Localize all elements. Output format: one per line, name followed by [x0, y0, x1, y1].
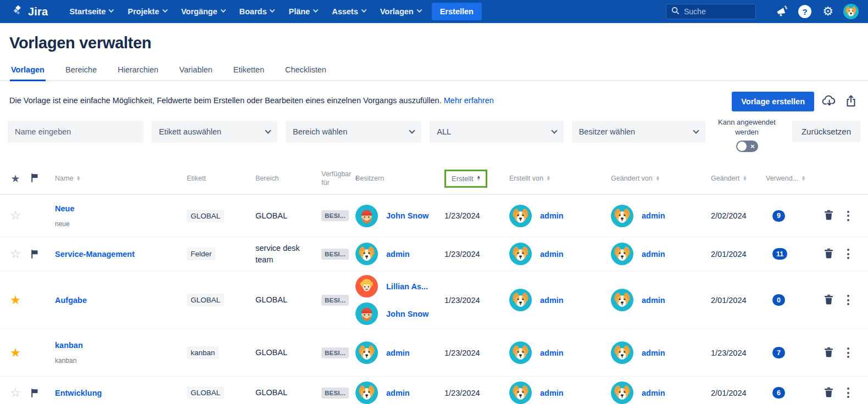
nav-item-3[interactable]: Boards	[232, 0, 282, 23]
modified-by-cell: admin	[611, 289, 711, 311]
row-menu-button[interactable]	[845, 246, 852, 261]
template-name-link[interactable]: Aufgabe	[55, 296, 187, 305]
column-header-geaendert[interactable]: Geändert▲▼	[711, 175, 766, 182]
search-input[interactable]	[684, 7, 744, 16]
jira-logo[interactable]: Jira	[12, 4, 48, 19]
nav-item-1[interactable]: Projekte	[120, 0, 174, 23]
can-apply-toggle[interactable]: ×	[736, 141, 758, 152]
column-header-erstellt[interactable]: Erstellt▲▼	[444, 170, 509, 188]
export-button[interactable]	[845, 94, 857, 109]
delete-button[interactable]	[824, 347, 833, 359]
user-link[interactable]: admin	[540, 296, 564, 305]
page-description: Die Vorlage ist eine einfache Möglichkei…	[9, 92, 494, 105]
toggle-off-icon: ×	[750, 142, 755, 152]
owners-cell: admin	[355, 381, 444, 404]
reset-button[interactable]: Zurücksetzen	[792, 121, 860, 142]
name-filter[interactable]	[8, 121, 143, 143]
column-header-name[interactable]: Name▲▼	[49, 175, 187, 182]
user-link[interactable]: John Snow	[386, 211, 429, 220]
template-name-link[interactable]: Neue	[55, 204, 187, 213]
filter-bar: Etikett auswählen Bereich wählen ALL Bes…	[0, 121, 868, 152]
template-name-link[interactable]: Entwicklung	[55, 389, 187, 397]
column-header-bereich: Bereich	[255, 175, 321, 182]
help-button[interactable]: ?	[795, 2, 814, 21]
usage-count-badge: 9	[772, 210, 785, 222]
row-menu-button[interactable]	[845, 385, 852, 400]
template-name-link[interactable]: kanban	[55, 341, 187, 350]
nav-item-5[interactable]: Assets	[325, 0, 373, 23]
column-header-verfuegbar[interactable]: Verfügbar für▲▼	[321, 170, 355, 188]
user-link[interactable]: admin	[540, 250, 564, 259]
nav-item-0[interactable]: Startseite	[62, 0, 120, 23]
label-chip: GLOBAL	[187, 386, 224, 399]
nav-item-4[interactable]: Pläne	[281, 0, 325, 23]
user-link[interactable]: admin	[642, 349, 665, 357]
create-button[interactable]: Erstellen	[432, 3, 482, 20]
tab-vorlagen[interactable]: Vorlagen	[10, 65, 46, 81]
nav-item-6[interactable]: Vorlagen	[373, 0, 429, 23]
label-filter-dropdown[interactable]: Etikett auswählen	[152, 121, 277, 143]
row-menu-button[interactable]	[845, 293, 852, 307]
create-template-button[interactable]: Vorlage erstellen	[732, 92, 814, 111]
name-filter-input[interactable]	[15, 127, 136, 136]
user: admin	[355, 341, 444, 364]
star-icon[interactable]: ☆	[10, 248, 21, 260]
user-link[interactable]: admin	[386, 349, 410, 357]
owner-filter-dropdown[interactable]: Besitzer wählen	[572, 121, 705, 143]
delete-button[interactable]	[824, 294, 833, 306]
column-header-star: ★	[0, 172, 31, 184]
template-name-link[interactable]: Service-Management	[55, 250, 187, 259]
delete-button[interactable]	[824, 248, 833, 260]
learn-more-link[interactable]: Mehr erfahren	[444, 96, 494, 105]
user-avatar-button[interactable]	[842, 2, 860, 21]
nav-item-label: Boards	[240, 7, 267, 16]
column-header-erstellt_von[interactable]: Erstellt von▲▼	[509, 175, 611, 182]
user-link[interactable]: admin	[642, 250, 665, 259]
user-link[interactable]: Lillian As...	[386, 282, 428, 291]
user-link[interactable]: admin	[642, 389, 665, 397]
star-icon: ★	[10, 172, 20, 184]
nav-item-2[interactable]: Vorgänge	[174, 0, 232, 23]
user-link[interactable]: John Snow	[386, 310, 429, 318]
delete-button[interactable]	[824, 387, 833, 399]
user-link[interactable]: admin	[642, 296, 665, 305]
highlight-box: Erstellt▲▼	[444, 170, 487, 188]
nav-search[interactable]	[666, 4, 756, 19]
user-link[interactable]: admin	[386, 250, 410, 259]
star-icon[interactable]: ★	[10, 347, 21, 359]
user-link[interactable]: admin	[540, 389, 564, 397]
column-label: Besitzern	[355, 175, 384, 182]
john-snow-avatar	[355, 302, 378, 325]
row-menu-button[interactable]	[845, 209, 852, 223]
star-icon[interactable]: ☆	[10, 387, 21, 399]
tab-hierarchien[interactable]: Hierarchien	[116, 65, 159, 81]
usage-count-badge: 7	[772, 347, 785, 358]
star-icon[interactable]: ☆	[10, 210, 21, 222]
column-label: Geändert	[711, 175, 739, 182]
label-chip: Felder	[187, 248, 215, 260]
user-link[interactable]: admin	[386, 389, 410, 397]
modified-date: 2/01/2024	[711, 296, 766, 305]
tab-variablen[interactable]: Variablen	[178, 65, 213, 81]
import-button[interactable]	[822, 94, 837, 109]
tab-checklisten[interactable]: Checklisten	[284, 65, 327, 81]
column-header-verwendungen[interactable]: Verwend...▲▼	[766, 175, 816, 182]
help-icon: ?	[798, 5, 811, 18]
type-filter-dropdown[interactable]: ALL	[430, 121, 563, 143]
scope-filter-dropdown[interactable]: Bereich wählen	[286, 121, 421, 143]
column-label: Verfügbar für	[321, 170, 351, 188]
star-icon[interactable]: ★	[10, 294, 21, 306]
tab-etiketten[interactable]: Etiketten	[232, 65, 265, 81]
announcements-button[interactable]	[772, 2, 791, 21]
settings-button[interactable]: ⚙	[819, 2, 837, 21]
delete-button[interactable]	[824, 210, 833, 222]
column-header-geaendert_von[interactable]: Geändert von▲▼	[611, 175, 711, 182]
sort-icon: ▲▼	[477, 176, 480, 182]
row-menu-button[interactable]	[845, 345, 852, 360]
user-link[interactable]: admin	[540, 349, 564, 357]
tab-bereiche[interactable]: Bereiche	[64, 65, 98, 81]
type-filter-value: ALL	[437, 127, 451, 136]
tab-label: Checklisten	[285, 65, 326, 74]
user-link[interactable]: admin	[540, 211, 564, 220]
user-link[interactable]: admin	[642, 211, 665, 220]
